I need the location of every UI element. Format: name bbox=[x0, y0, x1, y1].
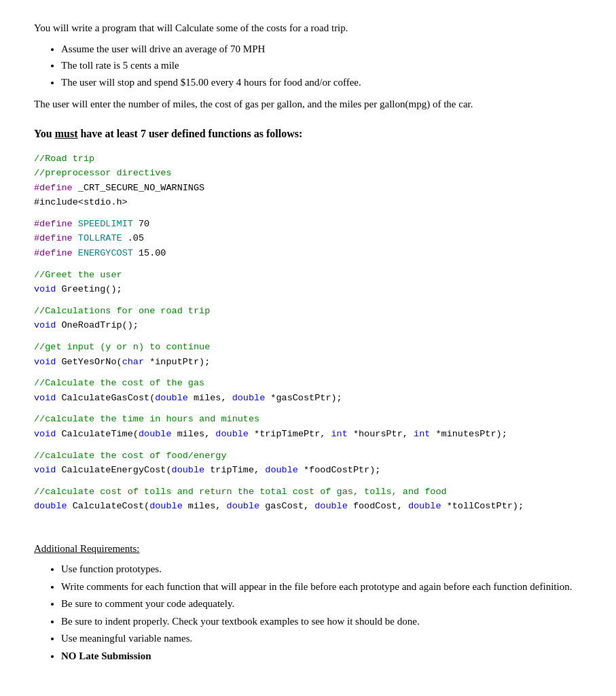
code-calctime-comment: //calculate the time in hours and minute… bbox=[34, 412, 582, 427]
code-oneroadtrip-comment: //Calculations for one road trip bbox=[34, 304, 582, 319]
code-define-tollrate: #define TOLLRATE .05 bbox=[34, 231, 582, 246]
code-calcenergy-func: void CalculateEnergyCost(double tripTime… bbox=[34, 463, 582, 478]
code-define-crt: #define _CRT_SECURE_NO_WARNINGS bbox=[34, 181, 582, 196]
code-comment-1: //Road trip bbox=[34, 152, 582, 167]
code-calccost-comment: //calculate cost of tolls and return the… bbox=[34, 485, 582, 500]
code-calcgas-func: void CalculateGasCost(double miles, doub… bbox=[34, 391, 582, 406]
code-block: //Road trip //preprocessor directives #d… bbox=[34, 152, 582, 514]
code-comment-2: //preprocessor directives bbox=[34, 166, 582, 181]
req-item-5: Use meaningful variable names. bbox=[61, 631, 582, 646]
code-oneroadtrip-func: void OneRoadTrip(); bbox=[34, 318, 582, 333]
req-item-2: Write comments for each function that wi… bbox=[61, 579, 582, 595]
req-item-6: NO Late Submission bbox=[61, 648, 582, 664]
code-getyesorno-comment: //get input (y or n) to continue bbox=[34, 340, 582, 355]
code-calcgas-comment: //Calculate the cost of the gas bbox=[34, 376, 582, 391]
requirements-list: Use function prototypes. Write comments … bbox=[61, 561, 582, 663]
code-include-stdio: #include<stdio.h> bbox=[34, 195, 582, 210]
additional-req-heading: Additional Requirements: bbox=[34, 541, 582, 557]
user-input-line: The user will enter the number of miles,… bbox=[34, 97, 582, 112]
req-item-4: Be sure to indent properly. Check your t… bbox=[61, 614, 582, 629]
code-greet-comment: //Greet the user bbox=[34, 268, 582, 283]
functions-heading: You must have at least 7 user defined fu… bbox=[34, 126, 582, 142]
intro-line1: You will write a program that will Calcu… bbox=[34, 20, 582, 36]
bullet-item-3: The user will stop and spend $15.00 ever… bbox=[61, 75, 582, 90]
req-item-3: Be sure to comment your code adequately. bbox=[61, 596, 582, 612]
code-getyesorno-func: void GetYesOrNo(char *inputPtr); bbox=[34, 355, 582, 370]
bullet-item-1: Assume the user will drive an average of… bbox=[61, 41, 582, 57]
intro-bullets: Assume the user will drive an average of… bbox=[61, 41, 582, 90]
req-item-1: Use function prototypes. bbox=[61, 561, 582, 577]
code-define-energycost: #define ENERGYCOST 15.00 bbox=[34, 246, 582, 261]
code-define-speedlimit: #define SPEEDLIMIT 70 bbox=[34, 217, 582, 232]
code-calcenergy-comment: //calculate the cost of food/energy bbox=[34, 449, 582, 464]
bullet-item-2: The toll rate is 5 cents a mile bbox=[61, 58, 582, 73]
code-greet-func: void Greeting(); bbox=[34, 282, 582, 297]
code-calctime-func: void CalculateTime(double miles, double … bbox=[34, 427, 582, 442]
code-calccost-func: double CalculateCost(double miles, doubl… bbox=[34, 499, 582, 514]
